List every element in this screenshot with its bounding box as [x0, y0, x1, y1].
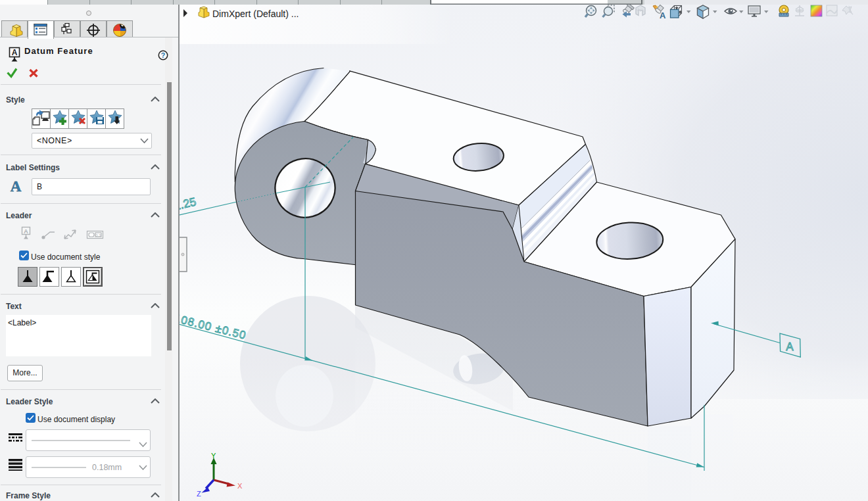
- svg-text:Y: Y: [211, 452, 216, 460]
- svg-text:A: A: [24, 227, 28, 235]
- svg-text:A: A: [786, 341, 794, 353]
- svg-text:Z: Z: [197, 490, 201, 498]
- svg-text:A: A: [11, 178, 22, 194]
- svg-text:DimXpert (Default) ...: DimXpert (Default) ...: [212, 9, 299, 19]
- svg-text:0.3: 0.3: [95, 233, 101, 237]
- svg-text:?: ?: [161, 51, 165, 59]
- svg-text:A: A: [12, 48, 18, 57]
- svg-text:A: A: [660, 11, 666, 20]
- svg-text:X: X: [237, 482, 243, 490]
